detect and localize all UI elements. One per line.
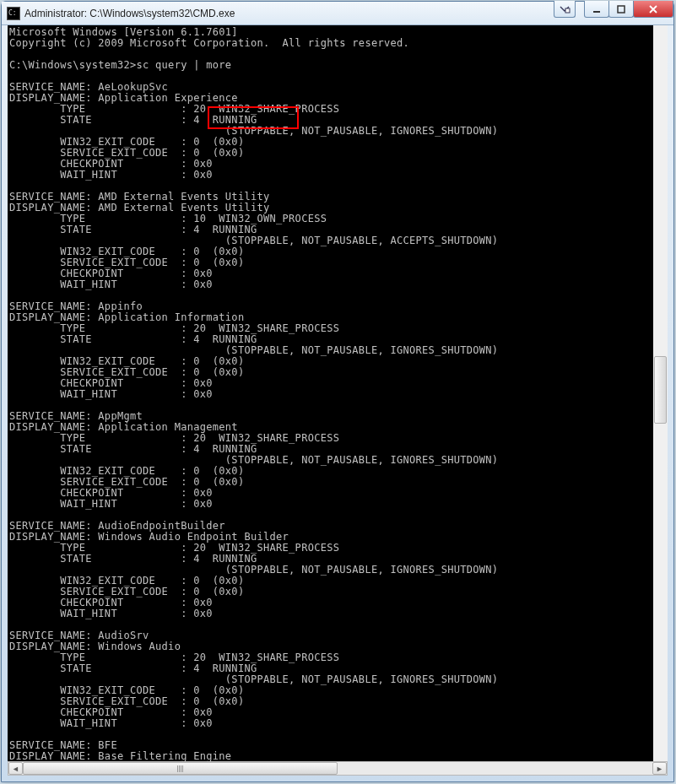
scroll-left-button[interactable]: ◄ <box>8 762 23 775</box>
svg-rect-0 <box>565 8 570 13</box>
window-title: Administrator: C:\Windows\system32\CMD.e… <box>24 8 235 19</box>
window-controls <box>554 1 673 18</box>
maximize-button[interactable] <box>608 1 634 18</box>
scroll-right-button[interactable]: ► <box>652 762 667 775</box>
close-button[interactable] <box>633 1 673 18</box>
console-client-area[interactable]: Microsoft Windows [Version 6.1.7601] Cop… <box>8 25 668 761</box>
vertical-scrollbar[interactable] <box>653 25 668 761</box>
help-button[interactable] <box>554 1 576 18</box>
horizontal-scroll-thumb[interactable] <box>23 762 338 775</box>
horizontal-scrollbar[interactable]: ◄ ► <box>8 761 668 776</box>
cmd-window: C: Administrator: C:\Windows\system32\CM… <box>1 1 674 782</box>
scroll-track[interactable] <box>23 762 652 775</box>
minimize-button[interactable] <box>584 1 609 18</box>
titlebar[interactable]: C: Administrator: C:\Windows\system32\CM… <box>2 2 673 25</box>
cmd-icon: C: <box>7 7 20 20</box>
console-output: Microsoft Windows [Version 6.1.7601] Cop… <box>8 25 668 761</box>
svg-rect-1 <box>593 11 600 13</box>
vertical-scroll-thumb[interactable] <box>654 356 667 424</box>
svg-rect-2 <box>618 6 625 13</box>
